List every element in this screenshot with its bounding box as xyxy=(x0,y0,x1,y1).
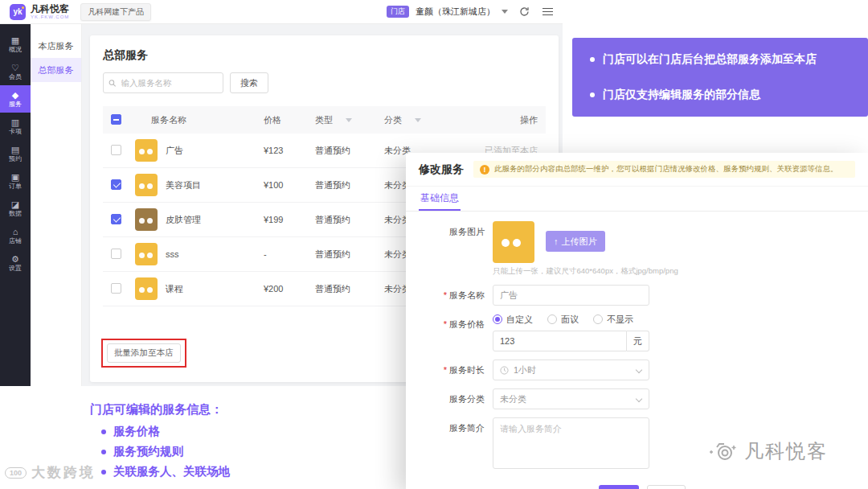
service-type: 普通预约 xyxy=(315,179,384,191)
column-header-category: 分类 xyxy=(384,114,481,126)
service-price: ¥123 xyxy=(264,146,315,155)
primary-sidebar: ▦ 概况 ♡ 会员 ◆ 服务 ▥ 卡项 ▤ 预约 ▣ 订单 ◪ 数据 ⌂ 店铺 xyxy=(0,24,31,386)
bullet-icon xyxy=(590,57,595,62)
members-icon: ♡ xyxy=(11,64,19,72)
modal-footer: 保存 取消 xyxy=(419,480,855,489)
filter-icon[interactable] xyxy=(346,118,352,122)
service-price: ¥199 xyxy=(264,215,315,224)
radio-custom-price[interactable]: 自定义 xyxy=(493,314,533,326)
chevron-down-icon xyxy=(636,367,642,373)
service-name: 课程 xyxy=(166,283,183,295)
notes-title: 门店可编辑的服务信息： xyxy=(90,402,230,417)
service-name: 广告 xyxy=(166,145,183,157)
row-checkbox[interactable] xyxy=(111,214,121,224)
radio-negotiable-price[interactable]: 面议 xyxy=(547,314,579,326)
warning-icon: ! xyxy=(480,165,489,175)
sidebar-item-settings[interactable]: ⚙ 设置 xyxy=(0,249,31,277)
shop-icon: ⌂ xyxy=(13,228,18,236)
service-name: 皮肤管理 xyxy=(166,214,201,226)
row-checkbox[interactable] xyxy=(111,179,121,190)
modal-tabs: 基础信息 xyxy=(406,187,868,212)
service-price: - xyxy=(264,249,315,259)
field-service-image: 服务图片 ↑上传图片 只能上传一张，建议尺寸640*640px，格式jpg/bm… xyxy=(419,221,855,277)
search-input[interactable] xyxy=(120,77,218,88)
logo-icon: yk xyxy=(10,4,26,20)
service-name-input[interactable] xyxy=(493,285,649,306)
column-header-price: 价格 xyxy=(264,114,315,126)
service-name: 美容项目 xyxy=(166,179,201,191)
search-box xyxy=(103,72,223,93)
category-select[interactable]: 未分类 xyxy=(493,388,649,409)
batch-add-button[interactable]: 批量添加至本店 xyxy=(107,343,181,363)
filter-icon[interactable] xyxy=(415,118,421,122)
price-input-group: 元 xyxy=(493,331,649,351)
save-button[interactable]: 保存 xyxy=(599,485,639,489)
column-header-name: 服务名称 xyxy=(135,114,264,126)
note-item: 服务预约规则 xyxy=(101,444,230,459)
watermark-left: 100 大数跨境 xyxy=(5,463,96,482)
price-input[interactable] xyxy=(493,331,627,351)
annotation-red-box: 批量添加至本店 xyxy=(101,339,186,368)
row-checkbox[interactable] xyxy=(111,249,121,259)
radio-hidden-price[interactable]: 不显示 xyxy=(593,314,633,326)
sidebar-item-cards[interactable]: ▥ 卡项 xyxy=(0,113,31,140)
sidebar-item-services[interactable]: ◆ 服务 xyxy=(0,85,31,113)
bullet-icon xyxy=(590,92,595,97)
bullet-icon xyxy=(101,470,106,475)
service-image-preview xyxy=(493,221,534,263)
secondary-menu: 本店服务 总部服务 xyxy=(31,24,82,386)
column-header-action: 操作 xyxy=(481,114,538,126)
sidebar-item-orders[interactable]: ▣ 订单 xyxy=(0,167,31,195)
chevron-down-icon[interactable] xyxy=(502,10,508,14)
sidebar-item-data[interactable]: ◪ 数据 xyxy=(0,195,31,222)
intro-textarea[interactable] xyxy=(493,417,649,469)
settings-icon: ⚙ xyxy=(11,255,19,264)
product-tag[interactable]: 凡科网建下产品 xyxy=(80,3,151,21)
bullet-icon xyxy=(101,450,106,454)
modal-title: 修改服务 xyxy=(419,162,464,177)
menu-icon[interactable] xyxy=(542,8,553,16)
search-icon xyxy=(108,79,117,88)
search-button[interactable]: 搜索 xyxy=(230,72,268,93)
service-thumbnail xyxy=(135,243,158,265)
service-thumbnail xyxy=(135,139,158,162)
upload-button[interactable]: ↑上传图片 xyxy=(546,231,605,252)
topbar-right: 门店 童颜（珠江新城店） xyxy=(387,6,553,18)
select-all-checkbox[interactable] xyxy=(111,114,121,125)
camera-doodle-icon xyxy=(709,439,738,463)
watermark-left-text: 大数跨境 xyxy=(31,463,96,482)
bullet-icon xyxy=(101,429,106,434)
cards-icon: ▥ xyxy=(11,118,19,127)
sidebar-item-overview[interactable]: ▦ 概况 xyxy=(0,31,31,58)
watermark-left-badge: 100 xyxy=(5,467,27,479)
row-checkbox[interactable] xyxy=(111,145,121,155)
store-selector[interactable]: 童颜（珠江新城店） xyxy=(416,6,495,18)
menu-item-local-services[interactable]: 本店服务 xyxy=(31,34,81,58)
clock-icon xyxy=(500,366,509,375)
duration-select[interactable]: 1小时 xyxy=(493,360,649,380)
service-thumbnail xyxy=(135,174,158,196)
orders-icon: ▣ xyxy=(11,173,19,182)
chevron-down-icon xyxy=(636,396,642,402)
radio-icon xyxy=(493,314,502,324)
upload-hint: 只能上传一张，建议尺寸640*640px，格式jpg/bmp/png xyxy=(493,266,855,277)
store-badge: 门店 xyxy=(387,6,409,18)
radio-icon xyxy=(593,314,603,324)
service-thumbnail xyxy=(135,277,158,300)
tab-basic-info[interactable]: 基础信息 xyxy=(419,187,461,211)
sidebar-item-bookings[interactable]: ▤ 预约 xyxy=(0,140,31,167)
sidebar-item-shop[interactable]: ⌂ 店铺 xyxy=(0,222,31,249)
note-item: 服务价格 xyxy=(101,424,230,439)
row-checkbox[interactable] xyxy=(111,283,121,294)
cancel-button[interactable]: 取消 xyxy=(647,485,686,489)
logo-subtitle: YK.FKW.COM xyxy=(31,14,69,20)
sidebar-item-members[interactable]: ♡ 会员 xyxy=(0,58,31,85)
logo-title: 凡科悦客 xyxy=(31,4,69,14)
annotation-notes: 门店可编辑的服务信息： 服务价格 服务预约规则 关联服务人、关联场地 xyxy=(90,402,230,484)
page: yk 凡科悦客 YK.FKW.COM 凡科网建下产品 门店 童颜（珠江新城店） … xyxy=(0,0,868,489)
refresh-icon[interactable] xyxy=(519,6,530,17)
menu-item-hq-services[interactable]: 总部服务 xyxy=(31,58,81,82)
field-service-duration: 服务时长 1小时 xyxy=(419,360,855,380)
warning-banner: ! 此服务的部分内容由总部统一维护，您可以根据门店情况修改价格、服务预约规则、关… xyxy=(473,161,855,178)
topbar: yk 凡科悦客 YK.FKW.COM 凡科网建下产品 门店 童颜（珠江新城店） xyxy=(0,0,563,24)
